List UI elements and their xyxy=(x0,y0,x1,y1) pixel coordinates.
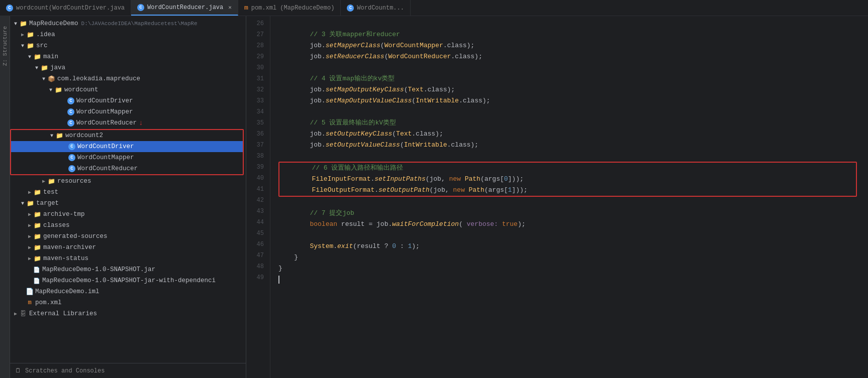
tree-label: maven-archiver xyxy=(43,244,96,251)
tree-label: MapReduceDemo.iml xyxy=(35,288,100,295)
pom-icon: m xyxy=(26,299,33,306)
tree-item-generated-sources[interactable]: ▶ 📁 generated-sources xyxy=(10,231,246,242)
tab-wordcountm[interactable]: C WordCountm... xyxy=(341,0,411,16)
tree-item-target[interactable]: ▼ 📁 target xyxy=(10,198,246,209)
tab-wordcount-reducer[interactable]: C WordCountReducer.java ✕ xyxy=(131,0,238,16)
tab-wordcount-driver[interactable]: C wordcount(WordCountDriver.java xyxy=(0,0,131,16)
tree-item-archive-tmp[interactable]: ▶ 📁 archive-tmp xyxy=(10,209,246,220)
tab-label: WordCountm... xyxy=(357,5,404,12)
tree-item-resources[interactable]: ▶ 📁 resources xyxy=(10,176,246,187)
folder-icon: 📁 xyxy=(33,188,41,196)
code-line-31: // 4 设置map输出的kv类型 xyxy=(278,73,860,84)
tree-item-wordcount[interactable]: ▼ 📁 wordcount xyxy=(10,84,246,95)
code-editor[interactable]: // 3 关联mapper和reducer job.setMapperClass… xyxy=(270,16,868,378)
code-line-27: // 3 关联mapper和reducer xyxy=(278,29,860,40)
code-line-46: System.exit(result ? 0 : 1); xyxy=(278,241,860,252)
tree-item-wcr1[interactable]: ▶ C WordCountReducer ↓ xyxy=(10,117,246,129)
code-line-38 xyxy=(278,151,860,162)
tree-item-package[interactable]: ▼ 📦 com.leokadia.mapreduce xyxy=(10,73,246,84)
arrow-icon: ▼ xyxy=(33,65,40,71)
class-icon: C xyxy=(67,97,74,104)
folder-icon: 📁 xyxy=(19,20,27,28)
tree-item-pom[interactable]: ▶ m pom.xml xyxy=(10,297,246,308)
code-line-48: } xyxy=(278,263,860,274)
tree-item-external-libs[interactable]: ▶ 🗄 External Libraries xyxy=(10,308,246,319)
arrow-icon: ▼ xyxy=(47,87,54,93)
code-line-34 xyxy=(278,106,860,117)
tree-item-test[interactable]: ▶ 📁 test xyxy=(10,187,246,198)
code-line-40: FileInputFormat.setInputPaths(job, new P… xyxy=(280,174,855,185)
structure-label[interactable]: Z: Structure xyxy=(2,26,8,66)
iml-icon: 📄 xyxy=(26,288,33,295)
code-line-39: // 6 设置输入路径和输出路径 xyxy=(280,163,855,174)
tree-item-maven-status[interactable]: ▶ 📁 maven-status xyxy=(10,253,246,264)
tree-item-jar1[interactable]: ▶ 📄 MapReduceDemo-1.0-SNAPSHOT.jar xyxy=(10,264,246,275)
folder-icon: 📁 xyxy=(33,210,41,218)
code-line-32: job.setMapOutputKeyClass(Text.class); xyxy=(278,84,860,95)
tree-label: test xyxy=(43,189,58,196)
tree-label: WordCountReducer xyxy=(77,165,138,172)
tree-label: pom.xml xyxy=(35,299,62,306)
tree-item-maven-archiver[interactable]: ▶ 📁 maven-archiver xyxy=(10,242,246,253)
tab-m-icon: m xyxy=(244,4,248,12)
tree-label: WordCountReducer xyxy=(76,119,137,127)
project-tree[interactable]: ▼ 📁 MapReduceDemo D:\JAVAcodeIDEA\MapRed… xyxy=(10,16,246,363)
tree-item-wordcount2[interactable]: ▼ 📁 wordcount2 xyxy=(11,130,243,141)
tree-item-wcm2[interactable]: ▶ C WordCountMapper xyxy=(11,152,243,163)
tab-c-icon: C xyxy=(137,4,144,11)
bottom-bar: 🗒 Scratches and Consoles xyxy=(10,363,246,378)
tree-item-main[interactable]: ▼ 📁 main xyxy=(10,51,246,62)
folder-icon: 📁 xyxy=(33,243,41,251)
code-line-30 xyxy=(278,62,860,73)
arrow-icon: ▶ xyxy=(26,244,33,250)
tree-label: WordCountDriver xyxy=(77,143,134,150)
folder-icon: 📁 xyxy=(33,221,41,229)
tree-label: maven-status xyxy=(43,255,88,262)
arrow-icon: ▼ xyxy=(12,21,19,27)
folder-icon: 📁 xyxy=(26,199,34,207)
code-line-29: job.setReducerClass(WordCountReducer.cla… xyxy=(278,51,860,62)
editor-area: 26 27 28 29 30 31 32 33 34 35 36 37 38 3… xyxy=(246,16,868,378)
tree-label: WordCountMapper xyxy=(77,154,134,161)
project-panel: ▼ 📁 MapReduceDemo D:\JAVAcodeIDEA\MapRed… xyxy=(10,16,246,378)
structure-panel: Z: Structure xyxy=(0,16,10,378)
scratches-label: Scratches and Consoles xyxy=(25,367,105,374)
scratches-item[interactable]: 🗒 Scratches and Consoles xyxy=(14,367,105,375)
line-numbers: 26 27 28 29 30 31 32 33 34 35 36 37 38 3… xyxy=(246,16,270,378)
arrow-icon: ▼ xyxy=(40,76,47,82)
folder-icon: 📁 xyxy=(33,232,41,240)
tree-item-wcr2[interactable]: ▶ C WordCountReducer xyxy=(11,163,243,174)
tree-label: MapReduceDemo-1.0-SNAPSHOT-jar-with-depe… xyxy=(42,277,216,284)
tree-item-java[interactable]: ▼ 📁 java xyxy=(10,62,246,73)
tree-item-wcd2[interactable]: ▶ C WordCountDriver xyxy=(11,141,243,152)
arrow-icon: ▼ xyxy=(26,54,33,60)
tree-label: WordCountDriver xyxy=(76,97,133,104)
arrow-icon: ▶ xyxy=(26,189,33,195)
tree-item-wcd1[interactable]: ▶ C WordCountDriver xyxy=(10,95,246,106)
jar-icon: 📄 xyxy=(33,277,40,284)
tree-label: classes xyxy=(43,222,70,229)
code-container[interactable]: 26 27 28 29 30 31 32 33 34 35 36 37 38 3… xyxy=(246,16,868,378)
jar-icon: 📄 xyxy=(33,266,40,273)
tree-label-path: D:\JAVAcodeIDEA\MapReducetest\MapRe xyxy=(81,21,198,27)
tree-label: java xyxy=(50,64,65,71)
arrow-icon: ▼ xyxy=(19,43,26,49)
arrow-icon: ▶ xyxy=(26,256,33,262)
tree-item-idea[interactable]: ▶ 📁 .idea xyxy=(10,29,246,40)
tree-item-jar2[interactable]: ▶ 📄 MapReduceDemo-1.0-SNAPSHOT-jar-with-… xyxy=(10,275,246,286)
tree-item-wcm1[interactable]: ▶ C WordCountMapper xyxy=(10,106,246,117)
folder-icon: 📁 xyxy=(47,177,55,185)
code-line-45 xyxy=(278,230,860,241)
code-line-35: // 5 设置最终输出的kV类型 xyxy=(278,117,860,129)
tree-label: main xyxy=(43,53,58,60)
tab-pom-xml[interactable]: m pom.xml (MapReduceDemo) xyxy=(238,0,341,16)
tree-item-src[interactable]: ▼ 📁 src xyxy=(10,40,246,51)
tree-item-root[interactable]: ▼ 📁 MapReduceDemo D:\JAVAcodeIDEA\MapRed… xyxy=(10,18,246,29)
tab-close-button[interactable]: ✕ xyxy=(228,4,232,11)
folder-icon: 📁 xyxy=(33,53,41,61)
code-line-41: FileOutputFormat.setOutputPath(job, new … xyxy=(280,185,855,196)
tree-item-classes[interactable]: ▶ 📁 classes xyxy=(10,220,246,231)
folder-icon: 📁 xyxy=(54,86,62,94)
tree-item-iml[interactable]: ▶ 📄 MapReduceDemo.iml xyxy=(10,286,246,297)
red-border-group: ▼ 📁 wordcount2 ▶ C WordCountDriver ▶ C W… xyxy=(10,129,244,175)
